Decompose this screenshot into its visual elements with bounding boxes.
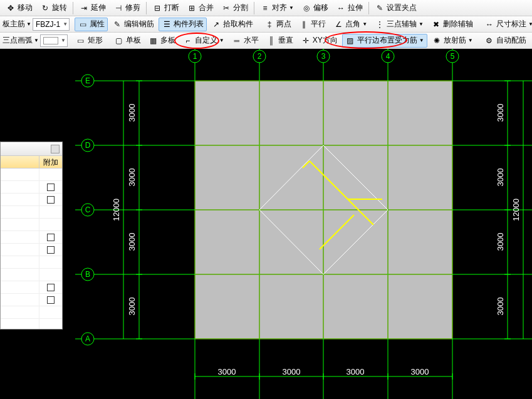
component-list-button[interactable]: ☰构件列表 xyxy=(159,18,207,31)
toolbar-component: 板主筋 ▼ FBZJ-1 ▼ ▭属性 ✎编辑钢筋 ☰构件列表 ↗拾取构件 ‡两点… xyxy=(0,16,532,33)
table-row[interactable] xyxy=(1,231,62,244)
angle-button[interactable]: ∠点角▼ xyxy=(330,18,370,31)
parallel-edge-label: 平行边布置受力筋 xyxy=(357,35,417,46)
table-row[interactable] xyxy=(1,194,62,206)
type-dropdown[interactable]: FBZJ-1 ▼ xyxy=(33,18,70,31)
radial-label: 放射筋 xyxy=(444,35,466,46)
radial-button[interactable]: ✺放射筋▼ xyxy=(429,34,476,48)
table-row[interactable] xyxy=(1,269,62,281)
setgrip-button[interactable]: ✎设置夹点 xyxy=(372,1,420,15)
svg-text:3000: 3000 xyxy=(127,104,137,122)
drawing-canvas[interactable]: 1 2 3 4 5 E D C B A 3000 3000 3000 3000 xyxy=(0,49,532,399)
edit-rebar-label: 编辑钢筋 xyxy=(124,19,154,29)
table-row[interactable] xyxy=(1,181,62,194)
table-row[interactable] xyxy=(1,219,62,231)
vert-button[interactable]: ║垂直 xyxy=(263,34,296,48)
table-row[interactable] xyxy=(1,256,62,269)
auto-label: 自动配筋 xyxy=(496,35,526,46)
toolbar-draw: 三点画弧 ▼ ▼ ▭矩形 ▢单板 ▦多板 ⌐自定义▼ ═水平 ║垂直 ✛XY方向… xyxy=(0,33,532,49)
axis-bubbles-left: E D C B A xyxy=(81,75,94,345)
separator xyxy=(368,2,369,14)
close-icon[interactable] xyxy=(51,145,60,153)
angle-label: 点角 xyxy=(345,19,360,29)
svg-text:3000: 3000 xyxy=(496,104,505,122)
xy-button[interactable]: ✛XY方向 xyxy=(298,34,341,48)
trim-button[interactable]: ⊣修剪 xyxy=(110,1,143,15)
auto-rebar-button[interactable]: ⚙自动配筋 xyxy=(481,34,529,48)
table-row[interactable] xyxy=(1,281,62,294)
panel-rows xyxy=(1,168,62,329)
color-swatch xyxy=(43,37,58,44)
offset-label: 偏移 xyxy=(313,3,328,13)
panel-header xyxy=(1,142,62,156)
table-row[interactable] xyxy=(1,244,62,256)
toolbar-edit: ✥移动 ↻旋转 ⇥延伸 ⊣修剪 ⊟打断 ⊞合并 ✂分割 ≡对齐▼ ◎偏移 ↔拉伸… xyxy=(0,0,532,16)
del-aux-button[interactable]: ✖删除辅轴 xyxy=(428,18,476,31)
del-aux-label: 删除辅轴 xyxy=(443,19,473,29)
table-row[interactable] xyxy=(1,319,62,329)
custom-label: 自定义 xyxy=(195,35,217,46)
break-button[interactable]: ⊟打断 xyxy=(149,1,182,15)
checkbox[interactable] xyxy=(47,246,55,254)
checkbox[interactable] xyxy=(47,184,55,191)
custom-button[interactable]: ⌐自定义▼ xyxy=(180,34,227,48)
stretch-button[interactable]: ↔拉伸 xyxy=(333,1,366,15)
rotate-button[interactable]: ↻旋转 xyxy=(37,1,70,15)
two-point-label: 两点 xyxy=(276,19,291,29)
rect-button[interactable]: ▭矩形 xyxy=(73,34,106,48)
component-list-label: 构件列表 xyxy=(174,19,204,29)
multi-slab-button[interactable]: ▦多板 xyxy=(145,34,179,48)
rebar-panel[interactable]: 附加 xyxy=(0,142,63,329)
extend-button[interactable]: ⇥延伸 xyxy=(76,1,109,15)
merge-button[interactable]: ⊞合并 xyxy=(184,1,217,15)
dim-button[interactable]: ↔尺寸标注▼ xyxy=(481,18,532,31)
edit-rebar-button[interactable]: ✎编辑钢筋 xyxy=(109,18,157,31)
split-button[interactable]: ✂分割 xyxy=(218,1,251,15)
checkbox[interactable] xyxy=(47,296,55,304)
two-point-button[interactable]: ‡两点 xyxy=(261,18,295,31)
checkbox[interactable] xyxy=(47,234,55,241)
pick-component-button[interactable]: ↗拾取构件 xyxy=(208,18,256,31)
svg-text:1: 1 xyxy=(193,52,197,61)
move-button[interactable]: ✥移动 xyxy=(3,1,36,15)
checkbox[interactable] xyxy=(47,284,55,291)
table-row[interactable] xyxy=(1,206,62,219)
align-button[interactable]: ≡对齐▼ xyxy=(257,1,297,15)
properties-button[interactable]: ▭属性 xyxy=(75,18,108,31)
setgrip-label: 设置夹点 xyxy=(387,3,417,13)
three-aux-label: 三点辅轴 xyxy=(387,19,417,29)
offset-button[interactable]: ◎偏移 xyxy=(298,1,331,15)
svg-text:3000: 3000 xyxy=(411,367,429,376)
svg-text:E: E xyxy=(85,76,90,85)
panel-columns: 附加 xyxy=(1,156,62,168)
checkbox[interactable] xyxy=(47,196,55,204)
vert-label: 垂直 xyxy=(278,35,293,46)
separator xyxy=(254,2,254,14)
svg-text:3000: 3000 xyxy=(496,298,505,316)
svg-text:3000: 3000 xyxy=(218,367,236,376)
horiz-button[interactable]: ═水平 xyxy=(229,34,262,48)
svg-text:3: 3 xyxy=(321,52,326,61)
single-label: 单板 xyxy=(126,35,141,46)
svg-text:3000: 3000 xyxy=(347,367,365,376)
properties-label: 属性 xyxy=(90,19,105,29)
extend-label: 延伸 xyxy=(91,3,106,13)
table-row[interactable] xyxy=(1,294,62,306)
parallel-edge-button[interactable]: ▨平行边布置受力筋▼ xyxy=(342,34,427,48)
horiz-label: 水平 xyxy=(244,35,259,46)
single-slab-button[interactable]: ▢单板 xyxy=(111,34,144,48)
table-row[interactable] xyxy=(1,168,62,181)
separator xyxy=(146,2,147,14)
table-row[interactable] xyxy=(1,306,62,319)
type-arrow-icon[interactable]: ▼ xyxy=(26,21,31,27)
svg-text:B: B xyxy=(85,270,90,279)
color-dropdown[interactable]: ▼ xyxy=(40,34,68,47)
three-aux-button[interactable]: ⋮三点辅轴▼ xyxy=(372,18,427,31)
svg-text:12000: 12000 xyxy=(112,199,121,221)
arc3-arrow-icon[interactable]: ▼ xyxy=(34,38,39,43)
dim-label: 尺寸标注 xyxy=(496,19,526,29)
col1 xyxy=(1,156,39,168)
svg-text:A: A xyxy=(85,334,90,343)
parallel-button[interactable]: ∥平行 xyxy=(296,18,329,31)
merge-label: 合并 xyxy=(199,3,214,13)
